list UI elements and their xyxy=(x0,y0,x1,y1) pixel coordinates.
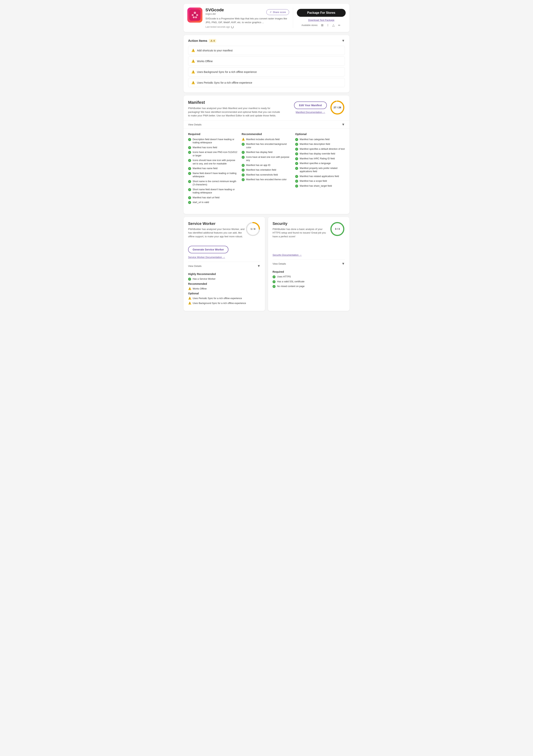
sw-details-chevron: ▼ xyxy=(257,264,261,268)
manifest-required-col: Required ✓ Description field doesn't hav… xyxy=(188,132,238,206)
sw-view-details-bar[interactable]: View Details ▼ xyxy=(188,262,261,268)
store-icons: ⊞  △ ∞ xyxy=(320,23,341,27)
check-item: ✓ Manifest specifies a language xyxy=(295,162,345,165)
check-icon: ✓ xyxy=(188,159,191,162)
check-item: ✓ Manifest has related applications fiel… xyxy=(295,175,345,178)
check-icon: ✓ xyxy=(188,201,191,204)
action-items-section: Action Items ⚠ 4 ▼ ⚠️ Add shortcuts to y… xyxy=(183,35,350,93)
check-item: ✓ Manifest has screenshots field xyxy=(241,173,292,177)
warn-icon: ⚠️ xyxy=(188,287,191,290)
action-items-title: Action Items ⚠ 4 xyxy=(188,39,216,43)
check-item: ✓ Manifest specifies a default direction… xyxy=(295,148,345,151)
manifest-title: Manifest xyxy=(188,100,282,105)
check-icon: ✓ xyxy=(188,172,191,175)
manifest-recommended-col: Recommended ⚠️ Manifest includes shortcu… xyxy=(241,132,292,206)
check-icon: ✓ xyxy=(295,175,298,178)
check-item: ✓ Icons should have one icon with purpos… xyxy=(188,159,238,165)
check-icon: ✓ xyxy=(188,151,191,154)
refresh-icon[interactable] xyxy=(231,26,234,28)
check-item: ✓ Has a Service Worker xyxy=(188,278,261,281)
package-for-stores-button[interactable]: Package For Stores xyxy=(297,9,346,17)
manifest-details-grid: Required ✓ Description field doesn't hav… xyxy=(188,129,345,209)
header-right: Package For Stores Download Test Package… xyxy=(293,8,346,28)
security-section: Security PWABuilder has done a basic ana… xyxy=(268,217,350,311)
check-item: ✓ Icons have at least one PNG icon 512x5… xyxy=(188,151,238,157)
app-icon xyxy=(187,8,202,23)
check-icon: ✓ xyxy=(295,138,298,141)
check-icon: ✓ xyxy=(241,178,245,181)
check-item: ✓ Manifest has share_target field xyxy=(295,184,345,188)
check-icon: ✓ xyxy=(295,143,298,146)
share-score-button[interactable]: ↗ Share score xyxy=(266,9,289,15)
action-item: ⚠️ Uses Background Sync for a rich offli… xyxy=(188,67,345,76)
check-item: ✓ Manifest has an app ID xyxy=(241,164,292,167)
check-icon: ✓ xyxy=(241,174,245,176)
manifest-score: 27 / 28 xyxy=(330,100,345,115)
check-item: ✓ Uses HTTPS xyxy=(272,275,345,279)
security-score-text: 3 / 3 xyxy=(335,228,340,230)
manifest-score-text: 27 / 28 xyxy=(334,106,341,109)
sw-info: Service Worker PWABuilder has analyzed y… xyxy=(188,222,245,238)
warn-icon: ⚠️ xyxy=(191,49,195,52)
check-icon: ✓ xyxy=(241,164,245,167)
service-worker-section: Service Worker PWABuilder has analyzed y… xyxy=(183,217,265,311)
app-name: SVGcode xyxy=(206,8,224,13)
check-icon: ✓ xyxy=(241,151,245,154)
check-item: ✓ Manifest has icons field xyxy=(188,146,238,149)
check-item: ✓ Name field doesn't have leading or tra… xyxy=(188,172,238,178)
last-tested: Last tested seconds ago xyxy=(206,26,289,28)
action-items-badge: ⚠ 4 xyxy=(209,39,216,42)
manifest-info: Manifest PWABuilder has analyzed your We… xyxy=(188,100,282,118)
svg-point-3 xyxy=(196,14,198,16)
manifest-optional-col: Optional ✓ Manifest has categories field… xyxy=(295,132,345,206)
check-item: ✓ Description field doesn't have leading… xyxy=(188,138,238,145)
svg-point-4 xyxy=(193,16,195,18)
sw-doc-link[interactable]: Service Worker Documentation → xyxy=(188,256,225,258)
security-view-details-bar[interactable]: View Details ▼ xyxy=(272,259,345,266)
manifest-details-chevron: ▼ xyxy=(342,122,345,126)
security-doc-link[interactable]: Security Documentation → xyxy=(272,254,302,256)
warn-icon: ⚠️ xyxy=(188,302,191,305)
warn-icon: ⚠ xyxy=(210,40,212,42)
check-item: ✓ Manifest has a scope field xyxy=(295,179,345,183)
check-item: ⚠️ Uses Background Sync for a rich offli… xyxy=(188,302,261,305)
bottom-row: Service Worker PWABuilder has analyzed y… xyxy=(183,217,350,311)
warn-icon: ⚠️ xyxy=(188,297,191,300)
edit-manifest-button[interactable]: Edit Your Manifest xyxy=(294,101,327,109)
action-item: ⚠️ Uses Periodic Sync for a rich offline… xyxy=(188,78,345,87)
check-icon: ✓ xyxy=(188,146,191,149)
check-icon: ✓ xyxy=(241,169,245,172)
download-test-package-link[interactable]: Download Test Package xyxy=(308,19,334,21)
sw-score-text: 1 / 4 xyxy=(250,228,255,230)
svg-point-1 xyxy=(194,12,196,14)
check-icon: ✓ xyxy=(272,285,275,288)
check-icon: ✓ xyxy=(188,167,191,170)
check-item: ✓ Manifest has categories field xyxy=(295,138,345,141)
check-item: ✓ Short name is the correct minimum leng… xyxy=(188,180,238,186)
manifest-score-circle: 27 / 28 xyxy=(330,100,345,115)
check-item: ✓ Icons have at least one icon with purp… xyxy=(241,155,292,162)
check-icon: ✓ xyxy=(295,148,298,151)
check-item: ✓ start_url is valid xyxy=(188,201,238,204)
sw-header: Service Worker PWABuilder has analyzed y… xyxy=(188,222,261,238)
check-item: ✓ No mixed content on page xyxy=(272,285,345,288)
check-icon: ✓ xyxy=(295,167,298,170)
security-score-circle: 3 / 3 xyxy=(330,222,345,236)
svg-point-6 xyxy=(194,14,196,16)
check-item: ⚠️ Manifest includes shortcuts field xyxy=(241,138,292,141)
manifest-header: Manifest PWABuilder has analyzed your We… xyxy=(188,100,345,118)
warn-icon: ⚠️ xyxy=(241,138,245,141)
check-icon: ✓ xyxy=(188,196,191,199)
action-items-chevron[interactable]: ▼ xyxy=(342,39,345,43)
check-item: ✓ Manifest properly sets prefer related … xyxy=(295,167,345,173)
warn-icon: ⚠️ xyxy=(191,59,195,63)
check-icon: ✓ xyxy=(295,162,298,165)
manifest-doc-link[interactable]: Manifest Documentation → xyxy=(296,111,325,114)
check-icon: ✓ xyxy=(241,143,245,146)
generate-service-worker-button[interactable]: Generate Service Worker xyxy=(188,246,228,253)
sw-details: Highly Recommended ✓ Has a Service Worke… xyxy=(188,268,261,305)
sw-score-container: 1 / 4 xyxy=(245,222,261,236)
check-item: ✓ Manifest has description field xyxy=(295,143,345,146)
manifest-view-details-bar[interactable]: View Details ▼ xyxy=(183,121,350,129)
meta-store-icon: ∞ xyxy=(337,23,341,27)
